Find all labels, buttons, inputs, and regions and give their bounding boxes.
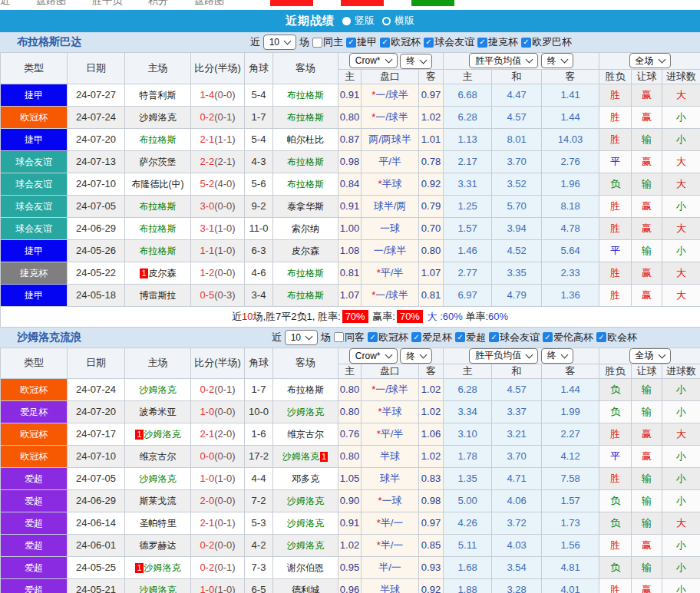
type-badge: 爱足杯	[1, 401, 68, 423]
away-team-link[interactable]: 邓多克	[292, 473, 319, 484]
away-team-link[interactable]: 沙姆洛克	[287, 540, 324, 551]
away-team-link[interactable]: 沙姆洛克	[287, 518, 324, 529]
same-venue-filter[interactable]: 同主	[312, 35, 343, 49]
away-team-link[interactable]: 维京古尔	[287, 429, 324, 440]
checkbox-unchecked[interactable]	[334, 332, 344, 342]
league-filter-球会友谊[interactable]: ✓球会友谊	[489, 331, 540, 344]
checkbox-checked[interactable]: ✓	[489, 332, 499, 342]
home-team-link[interactable]: 萨尔茨堡	[140, 156, 177, 167]
odds-final-select[interactable]: 终	[400, 348, 432, 364]
league-filter-捷克杯[interactable]: ✓捷克杯	[477, 35, 518, 49]
layout-radio-horizontal[interactable]: 横版	[382, 14, 414, 28]
avg-final-select[interactable]: 终	[541, 348, 573, 364]
home-team-link[interactable]: 布拉格斯	[140, 245, 177, 256]
games-count-select[interactable]: 10	[263, 35, 296, 50]
legend-text-fragment: 盘路图	[194, 0, 224, 8]
result: 平	[599, 150, 632, 173]
home-team-link[interactable]: 博雷斯拉	[140, 290, 177, 301]
home-team-link[interactable]: 圣帕特里	[140, 518, 177, 529]
checkbox-checked[interactable]: ✓	[424, 38, 434, 48]
checkbox-checked[interactable]: ✓	[380, 38, 390, 48]
win-draw-loss-avg-select[interactable]: 胜平负均值	[469, 53, 538, 68]
home-team-link[interactable]: 斯莱戈流	[140, 496, 177, 506]
checkbox-checked[interactable]: ✓	[455, 332, 465, 342]
league-filter-爱足杯[interactable]: ✓爱足杯	[411, 331, 452, 344]
away-team-link[interactable]: 皮尔森	[292, 245, 319, 256]
away-team-link[interactable]: 索尔纳	[292, 223, 319, 234]
layout-radio-vertical[interactable]: 竖版	[342, 14, 375, 28]
odds-company-select[interactable]: Crow*	[349, 53, 398, 68]
home-team-link[interactable]: 1皮尔森	[139, 268, 176, 278]
away-team-cell: 谢尔伯恩	[273, 557, 338, 579]
away-team-link[interactable]: 布拉格斯	[287, 290, 324, 301]
league-filter-捷甲[interactable]: ✓捷甲	[346, 35, 377, 49]
avg-final-select[interactable]: 终	[541, 53, 573, 68]
sub-column-header: 主	[338, 69, 362, 84]
home-team-link[interactable]: 德罗赫达	[140, 540, 177, 551]
checkbox-unchecked[interactable]	[312, 38, 322, 48]
league-filter-欧冠杯[interactable]: ✓欧冠杯	[380, 35, 421, 49]
away-team-link[interactable]: 德利城	[292, 585, 319, 593]
home-team-link[interactable]: 沙姆洛克	[140, 473, 177, 484]
team-title: 沙姆洛克流浪	[17, 331, 81, 344]
goals-result: 大	[662, 173, 700, 195]
checkbox-checked[interactable]: ✓	[521, 38, 531, 48]
away-team-link[interactable]: 布拉格斯	[287, 384, 324, 395]
home-team-link[interactable]: 布拉格斯	[140, 201, 177, 212]
home-team-link[interactable]: 1沙姆洛克	[134, 429, 180, 440]
league-filter-欧罗巴杯[interactable]: ✓欧罗巴杯	[521, 35, 572, 49]
summary-segment: 60%	[488, 311, 508, 322]
home-team-link[interactable]: 维京古尔	[140, 451, 177, 462]
away-team-link[interactable]: 沙姆洛克1	[282, 451, 329, 462]
checkbox-checked[interactable]: ✓	[411, 332, 421, 342]
league-filter-欧会杯[interactable]: ✓欧会杯	[596, 331, 637, 344]
games-count-select[interactable]: 10	[285, 330, 318, 345]
league-filter-欧冠杯[interactable]: ✓欧冠杯	[368, 331, 408, 344]
full-time-score: 0-5	[200, 289, 214, 301]
checkbox-checked[interactable]: ✓	[346, 38, 356, 48]
avg-draw: 3.37	[492, 401, 542, 423]
same-venue-filter[interactable]: 同客	[334, 331, 365, 344]
checkbox-checked[interactable]: ✓	[543, 332, 553, 342]
select-value: Crow*	[355, 351, 381, 361]
home-team-link[interactable]: 沙姆洛克	[140, 585, 177, 593]
league-filter-爱伦高杯[interactable]: ✓爱伦高杯	[543, 331, 593, 344]
handicap-result: 赢	[632, 217, 662, 239]
scope-select[interactable]: 全场	[629, 53, 671, 68]
win-draw-loss-avg-select[interactable]: 胜平负均值	[469, 348, 538, 364]
checkbox-checked[interactable]: ✓	[368, 332, 378, 342]
home-odds: 0.91	[338, 512, 362, 535]
home-team-link[interactable]: 1沙姆洛克	[134, 562, 180, 573]
handicap-cell: 半/一	[362, 557, 419, 579]
home-team-link[interactable]: 沙姆洛克	[140, 384, 177, 395]
away-team-link[interactable]: 沙姆洛克	[287, 407, 324, 417]
home-team-link[interactable]: 布拉格斯	[140, 134, 177, 145]
away-team-link[interactable]: 帕尔杜比	[287, 134, 324, 145]
away-team-link[interactable]: 布拉格斯	[287, 268, 324, 278]
home-team-link[interactable]: 布拉格斯	[140, 223, 177, 234]
scope-group-header: 全场	[599, 53, 700, 70]
league-filter-球会友谊[interactable]: ✓球会友谊	[424, 35, 474, 49]
league-filter-label: 球会友谊	[434, 35, 474, 49]
away-team-link[interactable]: 泰拿华斯	[287, 201, 324, 212]
away-team-link[interactable]: 布拉格斯	[287, 156, 324, 167]
checkbox-checked[interactable]: ✓	[477, 38, 487, 48]
away-team-link[interactable]: 布拉格斯	[287, 90, 324, 100]
score-cell: 2-0(0-0)	[191, 490, 245, 512]
home-team-link[interactable]: 布隆德比(中)	[132, 179, 184, 189]
away-team-link[interactable]: 布拉格斯	[287, 112, 324, 123]
corner-count: 5-4	[245, 84, 273, 106]
odds-final-select[interactable]: 终	[400, 54, 432, 69]
away-team-link[interactable]: 布拉格斯	[287, 179, 324, 189]
corner-count: 6-3	[245, 239, 273, 262]
home-team-link[interactable]: 沙姆洛克	[140, 112, 177, 123]
league-filter-爱超[interactable]: ✓爱超	[455, 331, 486, 344]
scope-select[interactable]: 全场	[629, 348, 671, 364]
top-legend-row: 近盘路图胜平负积分盘路图	[0, 0, 462, 10]
checkbox-checked[interactable]: ✓	[596, 332, 606, 342]
odds-company-select[interactable]: Crow*	[349, 348, 398, 364]
away-team-link[interactable]: 沙姆洛克	[287, 496, 324, 506]
home-team-link[interactable]: 特普利斯	[140, 90, 177, 100]
home-team-link[interactable]: 波希米亚	[140, 407, 177, 417]
away-team-link[interactable]: 谢尔伯恩	[287, 562, 324, 573]
